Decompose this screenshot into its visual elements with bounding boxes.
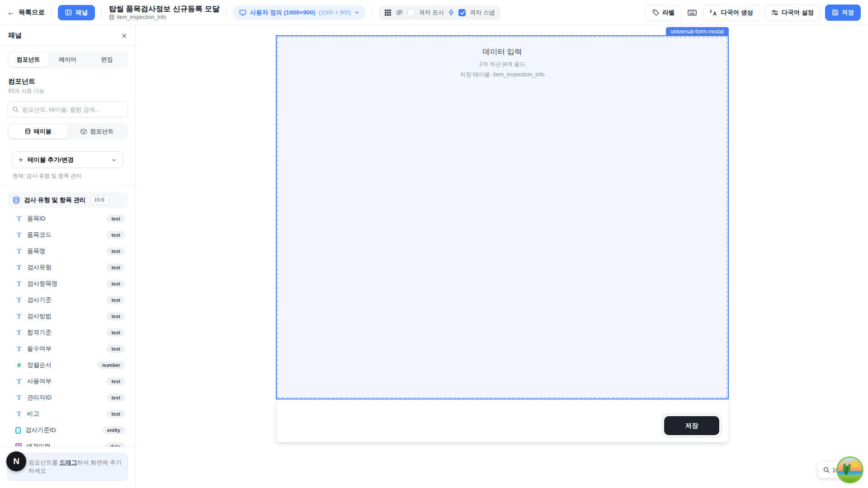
field-type-icon: T xyxy=(15,264,23,272)
tab-edit[interactable]: 편집 xyxy=(87,52,127,67)
save-button-label: 저장 xyxy=(842,9,854,17)
field-name: 검사기준 xyxy=(27,296,102,304)
database-icon xyxy=(25,128,31,134)
back-arrow-icon: ← xyxy=(7,8,15,17)
field-name: 정렬순서 xyxy=(27,361,93,369)
hint-text: 컴포넌트를 xyxy=(28,459,60,466)
panel-tabs: 컴포넌트 레이어 편집 xyxy=(7,51,128,68)
field-name: 검사유형 xyxy=(27,263,102,272)
eye-off-icon[interactable] xyxy=(396,9,403,16)
field-type-badge: number xyxy=(97,361,125,369)
mode-table-button[interactable]: 테이블 xyxy=(9,124,68,138)
field-rows: T 품목ID text T 품목코드 text T 품목명 text T 검사유… xyxy=(7,211,128,446)
search-input[interactable] xyxy=(22,106,123,113)
field-row[interactable]: T 검사기준 text xyxy=(7,292,128,308)
field-row[interactable]: T 검사유형 text xyxy=(7,259,128,276)
field-row[interactable]: # 정렬순서 number xyxy=(7,357,128,373)
modal-save-button[interactable]: 저장 xyxy=(664,416,719,435)
add-table-label: 테이블 추가/변경 xyxy=(28,156,74,164)
field-type-badge: text xyxy=(106,215,125,223)
field-name: 검사기준ID xyxy=(25,426,98,434)
grid-icon[interactable] xyxy=(384,9,392,16)
field-name: 비고 xyxy=(27,410,102,418)
grid-show-checkbox[interactable] xyxy=(407,9,415,16)
field-type-icon: T xyxy=(15,231,23,239)
field-type-icon xyxy=(15,427,21,434)
field-type-badge: entity xyxy=(102,426,125,434)
table-group-header[interactable]: 검사 유형 및 항목 관리 15개 xyxy=(7,192,128,208)
panel-left-icon xyxy=(65,9,72,16)
field-type-icon xyxy=(15,443,22,446)
n-floating-badge[interactable]: N xyxy=(6,451,26,471)
table-field-count-badge: 15개 xyxy=(90,195,109,205)
svg-text:x̄: x̄ xyxy=(710,9,712,14)
field-type-badge: date xyxy=(105,442,125,446)
field-type-icon: T xyxy=(15,410,23,418)
i18n-settings-label: 다국어 설정 xyxy=(782,9,814,17)
field-name: 품목명 xyxy=(27,247,102,255)
chevron-down-icon xyxy=(111,157,117,163)
design-canvas[interactable]: universal-form-modal 데이터 입력 2개 섹션 |4개 필드… xyxy=(136,25,868,488)
panel-bottom: N 컴포넌트를 드래그하여 화면에 추가하세요 xyxy=(0,446,135,488)
search-icon xyxy=(12,106,19,113)
field-row[interactable]: 검사기준ID entity xyxy=(7,422,128,438)
add-table-dropdown[interactable]: + 테이블 추가/변경 xyxy=(12,151,123,168)
modal-save-table: 저장 테이블: item_inspection_info xyxy=(277,71,728,79)
translate-icon: x̄A xyxy=(710,9,717,16)
back-to-list-button[interactable]: ← 목록으로 xyxy=(7,8,45,17)
tag-icon xyxy=(652,9,659,16)
mode-table-label: 테이블 xyxy=(34,127,52,136)
field-type-icon: T xyxy=(15,280,23,288)
field-type-badge: text xyxy=(106,312,125,320)
grid-snap-checkbox[interactable] xyxy=(458,9,466,16)
left-panel: 패널 × 컴포넌트 레이어 편집 컴포넌트 83개 사용 가능 테이블 컴포넌트… xyxy=(0,25,136,488)
field-type-icon: T xyxy=(15,345,23,353)
page-title: 탑씰 품목검사정보 신규등록 모달 xyxy=(109,5,220,14)
i18n-generate-label: 다국어 생성 xyxy=(721,9,753,17)
field-row[interactable]: T 합격기준 text xyxy=(7,324,128,341)
field-row[interactable]: T 관리자ID text xyxy=(7,389,128,406)
field-name: 변경이력 xyxy=(26,442,100,446)
mode-component-button[interactable]: 컴포넌트 xyxy=(68,124,127,138)
tab-layers[interactable]: 레이어 xyxy=(48,52,87,67)
keyboard-shortcuts-button[interactable] xyxy=(686,6,698,19)
grid-show-label: 격자 표시 xyxy=(419,9,444,17)
field-row[interactable]: T 검사방법 text xyxy=(7,308,128,324)
tab-components[interactable]: 컴포넌트 xyxy=(9,52,48,67)
field-type-badge: text xyxy=(106,410,125,418)
field-type-badge: text xyxy=(106,328,125,337)
page-title-block: 탑씰 품목검사정보 신규등록 모달 item_inspection_info xyxy=(109,5,220,21)
components-section-title: 컴포넌트 xyxy=(8,77,127,86)
device-size-select[interactable]: 사용자 정의 (1000×900) (1000 × 900) xyxy=(233,5,366,20)
field-row[interactable]: T 품목ID text xyxy=(7,211,128,227)
field-row[interactable]: T 품목코드 text xyxy=(7,227,128,243)
field-row[interactable]: T 사용여부 text xyxy=(7,373,128,389)
field-row[interactable]: T 비고 text xyxy=(7,406,128,422)
field-type-icon: T xyxy=(15,296,23,304)
hint-drag-word: 드래그 xyxy=(60,459,77,466)
island-emoji-icon[interactable] xyxy=(836,456,863,483)
panel-toggle-button[interactable]: 패널 xyxy=(58,5,95,20)
i18n-settings-button[interactable]: 다국어 설정 xyxy=(764,5,821,21)
i18n-generate-button[interactable]: x̄A 다국어 생성 xyxy=(703,5,760,21)
field-row[interactable]: T 품목명 text xyxy=(7,243,128,259)
field-type-icon: T xyxy=(15,248,23,255)
label-button[interactable]: 라벨 xyxy=(646,5,681,21)
component-search[interactable] xyxy=(7,101,128,117)
field-row[interactable]: T 검사항목명 text xyxy=(7,276,128,292)
field-row[interactable]: T 필수여부 text xyxy=(7,341,128,357)
field-list: 검사 유형 및 항목 관리 15개 T 품목ID text T 품목코드 tex… xyxy=(0,187,135,446)
field-type-badge: text xyxy=(106,394,125,402)
field-name: 합격기준 xyxy=(27,328,102,337)
keyboard-icon xyxy=(688,9,697,16)
save-floppy-icon xyxy=(832,9,839,16)
field-type-icon: T xyxy=(15,378,23,385)
panel-title: 패널 xyxy=(8,31,22,40)
form-modal-body[interactable]: 데이터 입력 2개 섹션 |4개 필드 저장 테이블: item_inspect… xyxy=(276,35,729,399)
divider xyxy=(51,7,52,19)
save-button[interactable]: 저장 xyxy=(825,5,861,21)
field-row[interactable]: 변경이력 date xyxy=(7,438,128,446)
package-icon xyxy=(80,128,87,135)
table-group-name: 검사 유형 및 항목 관리 xyxy=(24,196,86,204)
close-icon[interactable]: × xyxy=(122,31,127,40)
